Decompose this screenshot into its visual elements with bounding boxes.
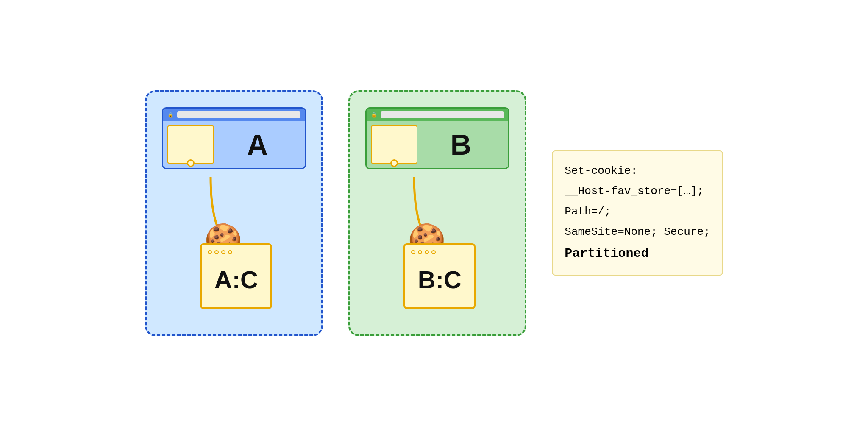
storage-label-b: B:C — [418, 265, 462, 294]
code-line-3: Path=/; — [565, 201, 710, 222]
dot1 — [208, 250, 212, 254]
dot1b — [411, 250, 415, 254]
code-line-5: Partitioned — [565, 242, 710, 266]
code-line-2: __Host-fav_store=[…]; — [565, 181, 710, 201]
dot3 — [221, 250, 225, 254]
code-line-4: SameSite=None; Secure; — [565, 222, 710, 242]
dot4 — [228, 250, 232, 254]
site-label-b: B — [451, 128, 471, 161]
iframe-dot-b — [390, 159, 398, 167]
dot2b — [418, 250, 422, 254]
browser-window-b: 🔒 B — [365, 107, 509, 169]
iframe-box-a — [167, 125, 214, 164]
titlebar-b: 🔒 — [367, 109, 508, 121]
storage-box-a: A:C — [200, 243, 272, 309]
storage-dots-b — [411, 250, 436, 254]
storage-dots-a — [208, 250, 232, 254]
titlebar-a: 🔒 — [163, 109, 305, 121]
storage-box-b: B:C — [403, 243, 476, 309]
context-box-b: 🔒 B — [348, 90, 526, 336]
dot4b — [431, 250, 436, 254]
browser-window-a: 🔒 A — [162, 107, 306, 169]
code-box: Set-cookie: __Host-fav_store=[…]; Path=/… — [552, 150, 723, 276]
iframe-box-b — [371, 125, 417, 164]
code-line-1: Set-cookie: — [565, 161, 710, 181]
site-label-a: A — [247, 128, 268, 161]
lock-icon-b: 🔒 — [371, 112, 377, 118]
context-box-a: 🔒 A — [145, 90, 323, 336]
dot2 — [214, 250, 219, 254]
site-label-area-b: B — [417, 125, 504, 164]
address-bar-a — [177, 111, 300, 118]
browser-content-b: B — [367, 121, 508, 168]
storage-label-a: A:C — [214, 265, 258, 294]
lock-icon-a: 🔒 — [167, 112, 174, 118]
site-label-area-a: A — [214, 125, 300, 164]
address-bar-b — [381, 111, 504, 118]
dot3b — [425, 250, 429, 254]
iframe-dot-a — [187, 159, 195, 167]
main-container: 🔒 A — [128, 73, 740, 353]
browser-content-a: A — [163, 121, 305, 168]
